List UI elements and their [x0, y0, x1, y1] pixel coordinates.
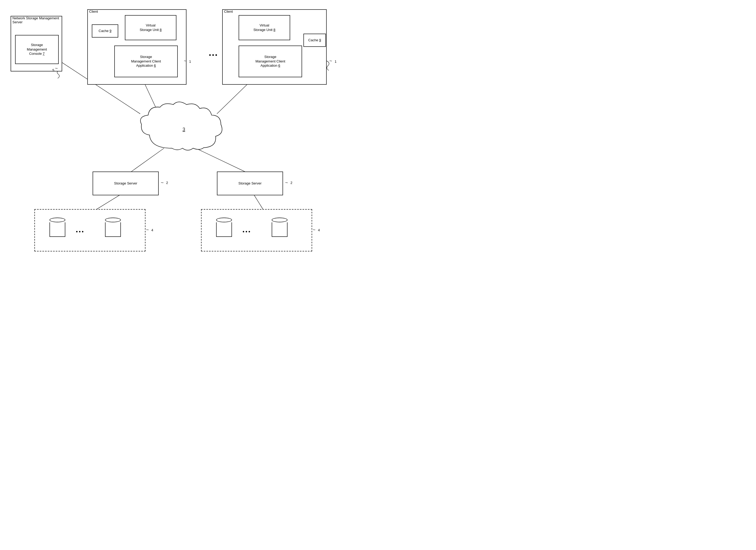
vsu2-box: VirtualStorage Unit 8	[239, 15, 290, 40]
wavy-5: ~	[55, 66, 58, 71]
ref-disk2: 4	[318, 228, 320, 232]
cloud-svg: 3	[130, 101, 241, 159]
vsu1-box: VirtualStorage Unit 8	[125, 15, 176, 40]
disk1-left-body	[49, 222, 65, 237]
storage-server2-box: Storage Server	[217, 171, 283, 195]
smca1-label: StorageManagement ClientApplication 6	[131, 55, 161, 68]
disk2-right-top	[272, 217, 288, 222]
storage-server1-box: Storage Server	[93, 171, 159, 195]
disk2-left-top	[216, 217, 232, 222]
vsu1-label: VirtualStorage Unit 8	[140, 23, 162, 32]
cache1-label: Cache 9	[99, 29, 111, 33]
smca1-box: StorageManagement ClientApplication 6	[114, 45, 178, 77]
wavy-1b: ~	[329, 58, 332, 64]
ref-disk1: 4	[151, 228, 153, 232]
disk2-left	[216, 217, 232, 237]
disk2-right-body	[272, 222, 288, 237]
network-server-box: Network Storage Management Server Storag…	[11, 16, 62, 71]
cache1-box: Cache 9	[92, 24, 118, 38]
ref-5: 5	[52, 68, 54, 72]
network-num-text: 3	[183, 127, 185, 132]
console-box: StorageManagementConsole 7	[15, 35, 59, 64]
cache2-box: Cache 9	[303, 34, 326, 47]
storage-server2-label: Storage Server	[238, 181, 261, 186]
disk-group2-box: •••	[201, 209, 312, 251]
console-label: StorageManagementConsole 7	[27, 43, 47, 56]
cache2-label: Cache 9	[308, 38, 321, 43]
disk1-left-top	[49, 217, 65, 222]
diagram: Network Storage Management Server Storag…	[0, 0, 378, 275]
disk1-right	[105, 217, 121, 237]
ref-server2: 2	[290, 181, 292, 185]
vsu2-label: VirtualStorage Unit 8	[253, 23, 275, 32]
wavy-disk2: ~	[313, 227, 316, 233]
disk1-right-top	[105, 217, 121, 222]
ref-server1: 2	[166, 181, 168, 185]
dots-clients: •••	[209, 52, 218, 58]
disk2-right	[272, 217, 288, 237]
smca2-box: StorageManagement ClientApplication 6	[239, 45, 302, 77]
disk1-right-body	[105, 222, 121, 237]
wavy-disk1: ~	[146, 227, 149, 233]
ref-1b: 1	[335, 60, 336, 63]
smca2-label: StorageManagement ClientApplication 6	[256, 55, 285, 68]
storage-server1-label: Storage Server	[114, 181, 137, 186]
ref-1a: 1	[189, 60, 191, 63]
client1-outer-box: Client VirtualStorage Unit 8 Cache 9 Sto…	[87, 9, 186, 85]
dots-disks2: •••	[243, 228, 251, 235]
dots-disks1: •••	[76, 228, 85, 235]
cloud-network: 3	[130, 101, 241, 159]
client2-outer-box: Client VirtualStorage Unit 8 StorageMana…	[222, 9, 327, 85]
disk2-left-body	[216, 222, 232, 237]
wavy-server1: ~	[161, 180, 164, 185]
client2-label: Client	[224, 10, 233, 13]
disk-group1-box: •••	[34, 209, 145, 251]
client1-label: Client	[89, 10, 98, 13]
network-server-label: Network Storage Management Server	[12, 16, 62, 24]
wavy-1a: ~	[184, 58, 187, 64]
disk1-left	[49, 217, 65, 237]
wavy-server2: ~	[285, 180, 288, 185]
